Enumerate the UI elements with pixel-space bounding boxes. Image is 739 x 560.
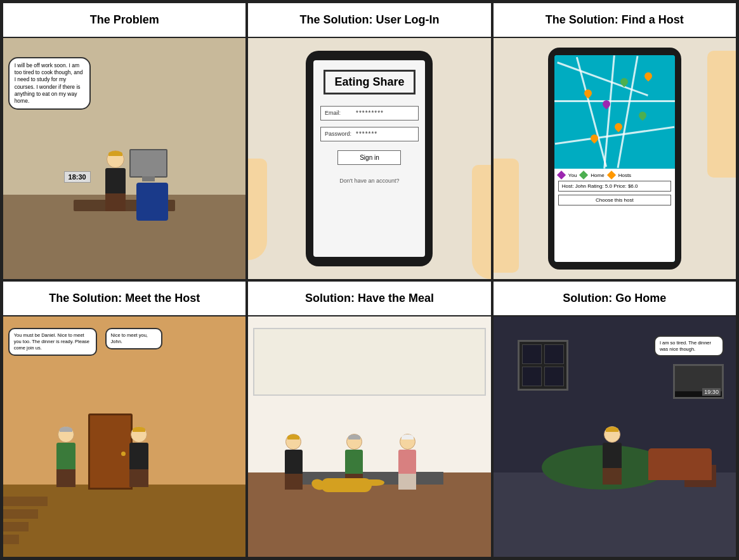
time-display: 18:30 bbox=[64, 171, 91, 183]
host-torso bbox=[56, 443, 75, 469]
email-field[interactable]: Email: ********* bbox=[320, 106, 419, 120]
stair-1 bbox=[3, 497, 48, 506]
panel-3-title: The Solution: Find a Host bbox=[494, 3, 736, 38]
speech-bubble-host: You must be Daniel. Nice to meet you too… bbox=[8, 328, 97, 355]
panel-5-content bbox=[248, 316, 490, 557]
phone-device-2: You Home Hosts Host: John Rating: 5.0 Pr… bbox=[548, 48, 681, 270]
panel-2-content: Eating Share Email: ********* Password: … bbox=[248, 38, 490, 279]
skirt-3 bbox=[398, 474, 416, 490]
gray-hair bbox=[60, 427, 72, 432]
home-person-figure bbox=[603, 426, 622, 485]
door-knob bbox=[121, 452, 126, 456]
guest-figure bbox=[129, 426, 148, 487]
diner-3 bbox=[398, 434, 416, 490]
hand-left bbox=[248, 159, 267, 260]
computer bbox=[129, 149, 167, 178]
hosts-label: Hosts bbox=[618, 173, 631, 178]
body-3 bbox=[398, 450, 416, 474]
app-title: Eating Share bbox=[324, 70, 415, 94]
panel-2-background: Eating Share Email: ********* Password: … bbox=[248, 38, 490, 279]
pin-host-3 bbox=[643, 70, 654, 81]
host-pants bbox=[56, 469, 75, 487]
guest-torso bbox=[129, 443, 148, 469]
panel-5-title: Solution: Have the Meal bbox=[248, 282, 490, 316]
legend-row-you: You Home Hosts bbox=[558, 172, 671, 178]
map-legend: You Home Hosts Host: John Rating: 5.0 Pr… bbox=[554, 169, 675, 262]
hand-hold-right bbox=[707, 51, 736, 178]
panel-6-content: 19:30 I am so tired. The dinner was nice… bbox=[494, 316, 736, 557]
choose-host-button[interactable]: Choose this host bbox=[558, 195, 671, 205]
panel-5-background bbox=[248, 316, 490, 557]
white-hair bbox=[402, 434, 414, 440]
television: 19:30 bbox=[673, 364, 724, 399]
home-person-pants bbox=[603, 468, 622, 485]
couch bbox=[648, 448, 712, 480]
phone-device: Eating Share Email: ********* Password: … bbox=[306, 51, 433, 266]
road-3 bbox=[554, 100, 675, 102]
panel-3: The Solution: Find a Host bbox=[492, 2, 737, 280]
speech-bubble-home: I am so tired. The dinner was nice thoug… bbox=[654, 335, 724, 357]
password-value: ******* bbox=[356, 131, 377, 138]
pin-host-2 bbox=[613, 122, 624, 133]
panel-4: The Solution: Meet the Host You must be … bbox=[2, 280, 247, 559]
host-info: Host: John Rating: 5.0 Price: $6.0 bbox=[558, 181, 671, 192]
speech-bubble-guest: Nice to meet you, John. bbox=[105, 328, 162, 349]
panel-1: The Problem I will be off work soon. I a… bbox=[2, 2, 247, 280]
road-5 bbox=[604, 55, 616, 169]
panel-1-content: I will be off work soon. I am too tired … bbox=[3, 38, 245, 279]
panel-1-background: I will be off work soon. I am too tired … bbox=[3, 38, 245, 279]
office-chair bbox=[136, 183, 168, 221]
panel-3-background: You Home Hosts Host: John Rating: 5.0 Pr… bbox=[494, 38, 736, 279]
hair-2 bbox=[348, 434, 360, 440]
guest-pants bbox=[129, 469, 148, 487]
panel-6-title: Solution: Go Home bbox=[494, 282, 736, 316]
panel-4-title: The Solution: Meet the Host bbox=[3, 282, 245, 316]
dog-tail bbox=[369, 479, 384, 486]
hand-right bbox=[472, 165, 491, 279]
dog-figure bbox=[321, 478, 372, 492]
panel-1-title: The Problem bbox=[3, 3, 245, 38]
map-screen: You Home Hosts Host: John Rating: 5.0 Pr… bbox=[554, 55, 675, 262]
panel-5: Solution: Have the Meal bbox=[247, 280, 492, 559]
hosts-diamond-icon bbox=[607, 171, 616, 179]
hand-hold-left bbox=[494, 159, 519, 273]
home-window bbox=[518, 340, 568, 391]
body-2 bbox=[345, 450, 363, 474]
home-window-pane-1 bbox=[522, 344, 542, 364]
panel-3-content: You Home Hosts Host: John Rating: 5.0 Pr… bbox=[494, 38, 736, 279]
hair-1 bbox=[287, 434, 299, 440]
stair-4 bbox=[3, 535, 19, 544]
thought-bubble: I will be off work soon. I am too tired … bbox=[8, 57, 91, 109]
home-window-pane-2 bbox=[544, 344, 564, 364]
panel-4-content: You must be Daniel. Nice to meet you too… bbox=[3, 316, 245, 557]
map-background bbox=[554, 55, 675, 169]
panel-2: The Solution: User Log-In Eating Share E… bbox=[247, 2, 492, 280]
road-4 bbox=[555, 126, 675, 145]
stair-3 bbox=[3, 522, 29, 531]
body-1 bbox=[285, 450, 303, 474]
hair bbox=[108, 151, 122, 156]
tv-screen bbox=[675, 366, 722, 391]
pin-home-2 bbox=[637, 110, 648, 121]
panel-6: Solution: Go Home 19:30 bbox=[492, 280, 737, 559]
home-window-pane-3 bbox=[522, 367, 542, 386]
storyboard: The Problem I will be off work soon. I a… bbox=[0, 0, 739, 560]
blonde-hair bbox=[133, 427, 145, 432]
host-figure bbox=[56, 426, 75, 487]
panel-2-title: The Solution: User Log-In bbox=[248, 3, 490, 38]
home-person-torso bbox=[603, 443, 622, 468]
diner-1 bbox=[285, 434, 303, 490]
pants bbox=[105, 193, 126, 211]
front-door bbox=[88, 413, 133, 490]
torso bbox=[105, 168, 126, 193]
password-field[interactable]: Password: ******* bbox=[320, 127, 419, 141]
sign-in-button[interactable]: Sign in bbox=[337, 150, 401, 165]
road-2 bbox=[617, 56, 638, 168]
stairs bbox=[3, 481, 54, 557]
email-label: Email: bbox=[325, 110, 353, 116]
stair-2 bbox=[3, 509, 38, 519]
pants-1 bbox=[285, 474, 303, 490]
no-account-link[interactable]: Don't have an account? bbox=[339, 178, 399, 184]
home-diamond-icon bbox=[579, 171, 588, 179]
panel-6-background: 19:30 I am so tired. The dinner was nice… bbox=[494, 316, 736, 557]
